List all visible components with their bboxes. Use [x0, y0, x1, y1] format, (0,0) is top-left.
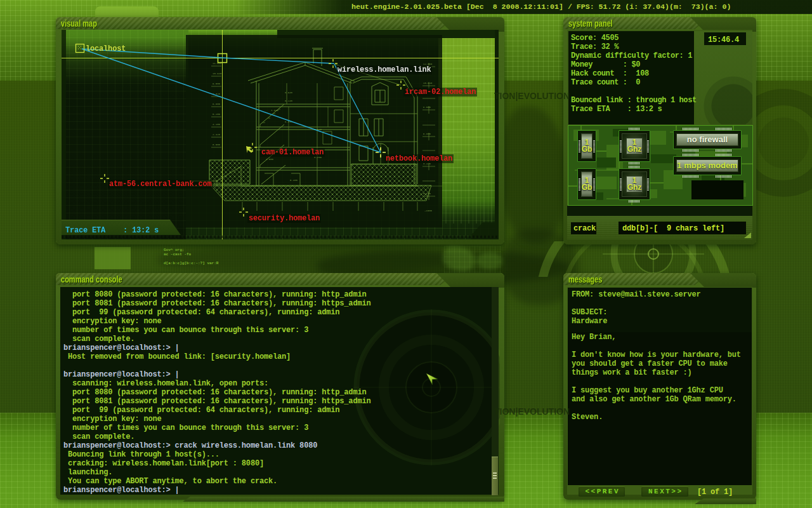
svg-text:4.100: 4.100 — [213, 123, 221, 126]
svg-text:0.400: 0.400 — [290, 179, 298, 182]
svg-text:8.000: 8.000 — [423, 106, 431, 109]
svg-text:1.000: 1.000 — [266, 158, 274, 161]
svg-text:-1500: -1500 — [424, 210, 433, 212]
svg-text:6.805: 6.805 — [423, 133, 431, 135]
svg-text:8.240: 8.240 — [285, 100, 293, 102]
svg-text:2.420: 2.420 — [213, 133, 221, 136]
svg-text:6.805: 6.805 — [213, 103, 221, 105]
svg-text:5.200: 5.200 — [213, 113, 221, 116]
svg-text:8.940: 8.940 — [285, 91, 293, 94]
svg-text:0.170: 0.170 — [423, 192, 431, 195]
svg-text:0.000: 0.000 — [213, 144, 221, 146]
svg-text:10.940: 10.940 — [213, 72, 222, 75]
svg-text:7.340: 7.340 — [271, 109, 279, 112]
svg-text:9.000: 9.000 — [213, 83, 221, 85]
svg-text:10.940: 10.940 — [423, 82, 433, 84]
